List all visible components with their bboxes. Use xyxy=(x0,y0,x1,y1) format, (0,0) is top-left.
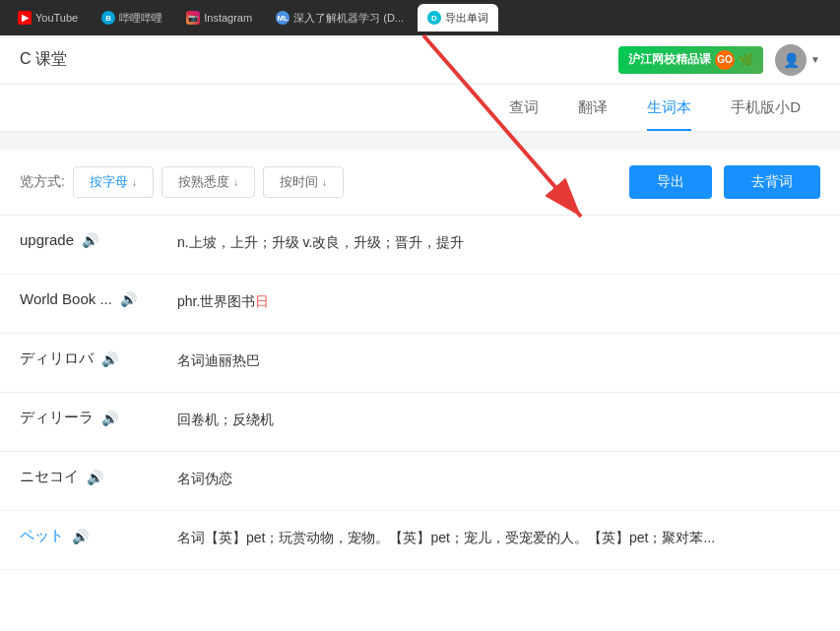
nav-tab-mobile[interactable]: 手机版小D xyxy=(731,85,801,131)
speaker-icon[interactable]: 🔊 xyxy=(101,351,118,367)
sort-time-button[interactable]: 按时间 ↓ xyxy=(263,166,344,198)
spacer xyxy=(0,132,840,142)
content-area: C 课堂 沪江网校精品课 GO 🌿 👤 ▼ 查词 翻译 生词本 手机版小D xyxy=(0,35,840,631)
word-definition: 回卷机；反绕机 xyxy=(177,409,820,430)
avatar: 👤 xyxy=(775,44,807,76)
tab-youtube-label: YouTube xyxy=(35,12,78,24)
instagram-icon: 📷 xyxy=(186,11,200,25)
speaker-icon[interactable]: 🔊 xyxy=(72,529,89,544)
tab-bilibili[interactable]: B 哔哩哔哩 xyxy=(92,4,172,32)
nav-tab-lookup[interactable]: 查词 xyxy=(509,85,539,131)
sort-alpha-button[interactable]: 按字母 ↓ xyxy=(73,166,154,198)
highlighted-char: 日 xyxy=(255,293,269,309)
speaker-icon[interactable]: 🔊 xyxy=(82,232,98,248)
tab-instagram-label: Instagram xyxy=(204,12,252,24)
list-item: ディリーラ 🔊 回卷机；反绕机 xyxy=(0,393,840,452)
toolbar-right: 导出 去背词 xyxy=(629,165,820,199)
tab-ml[interactable]: ML 深入了解机器学习 (D... xyxy=(266,4,414,32)
word-term: ディリーラ 🔊 xyxy=(20,409,177,427)
app-title: C 课堂 xyxy=(20,49,67,70)
word-list: upgrade 🔊 n.上坡，上升；升级 v.改良，升级；晋升，提升 World… xyxy=(0,216,840,631)
promo-leaf-icon: 🌿 xyxy=(739,53,753,67)
navigation-tabs: 查词 翻译 生词本 手机版小D xyxy=(0,85,840,132)
review-button[interactable]: 去背词 xyxy=(724,165,820,199)
list-item: World Book ... 🔊 phr.世界图书日 xyxy=(0,275,840,334)
list-item: ニセコイ 🔊 名词伪恋 xyxy=(0,452,840,511)
word-text: upgrade xyxy=(20,231,74,248)
sort-alpha-arrow: ↓ xyxy=(132,177,137,188)
promo-banner[interactable]: 沪江网校精品课 GO 🌿 xyxy=(618,46,763,74)
tab-bilibili-label: 哔哩哔哩 xyxy=(119,11,162,26)
tab-youtube[interactable]: ▶ YouTube xyxy=(8,4,88,32)
word-term: World Book ... 🔊 xyxy=(20,290,177,307)
promo-text: 沪江网校精品课 xyxy=(628,51,711,68)
word-definition: phr.世界图书日 xyxy=(177,290,820,312)
list-item: ペット 🔊 名词【英】pet；玩赏动物，宠物。【英】pet；宠儿，受宠爱的人。【… xyxy=(0,511,840,570)
word-definition: 名词迪丽热巴 xyxy=(177,349,820,371)
export-tab-icon: D xyxy=(427,11,441,25)
tab-export-label: 导出单词 xyxy=(445,11,488,26)
sort-familiarity-arrow: ↓ xyxy=(233,177,238,188)
nav-tab-wordbook[interactable]: 生词本 xyxy=(647,85,691,131)
word-term: ペット 🔊 xyxy=(20,527,177,545)
nav-tab-translate[interactable]: 翻译 xyxy=(578,85,608,131)
speaker-icon[interactable]: 🔊 xyxy=(120,291,137,307)
youtube-icon: ▶ xyxy=(18,11,32,25)
toolbar-left: 览方式: 按字母 ↓ 按熟悉度 ↓ 按时间 ↓ xyxy=(20,166,344,198)
word-term: ニセコイ 🔊 xyxy=(20,468,177,486)
tab-ml-label: 深入了解机器学习 (D... xyxy=(293,11,404,26)
browser-tabs-bar: ▶ YouTube B 哔哩哔哩 📷 Instagram ML 深入了解机器学习… xyxy=(0,0,840,35)
chevron-down-icon: ▼ xyxy=(810,54,820,65)
word-text: ニセコイ xyxy=(20,468,79,486)
word-definition: n.上坡，上升；升级 v.改良，升级；晋升，提升 xyxy=(177,231,820,253)
ml-icon: ML xyxy=(276,11,290,25)
word-definition: 名词【英】pet；玩赏动物，宠物。【英】pet；宠儿，受宠爱的人。【英】pet；… xyxy=(177,527,820,548)
tab-instagram[interactable]: 📷 Instagram xyxy=(176,4,262,32)
browse-mode-label: 览方式: xyxy=(20,173,65,191)
tab-export[interactable]: D 导出单词 xyxy=(418,4,498,32)
word-text[interactable]: ペット xyxy=(20,527,64,545)
user-menu[interactable]: 👤 ▼ xyxy=(775,44,820,76)
speaker-icon[interactable]: 🔊 xyxy=(87,470,103,485)
list-item: upgrade 🔊 n.上坡，上升；升级 v.改良，升级；晋升，提升 xyxy=(0,216,840,275)
list-item: ディリロバ 🔊 名词迪丽热巴 xyxy=(0,334,840,393)
word-term: upgrade 🔊 xyxy=(20,231,177,248)
app-header: C 课堂 沪江网校精品课 GO 🌿 👤 ▼ xyxy=(0,35,840,85)
toolbar: 览方式: 按字母 ↓ 按熟悉度 ↓ 按时间 ↓ 导出 去背词 xyxy=(0,150,840,216)
word-text: ディリロバ xyxy=(20,349,94,368)
word-text: ディリーラ xyxy=(20,409,94,427)
bilibili-icon: B xyxy=(101,11,115,25)
word-text: World Book ... xyxy=(20,290,112,307)
word-definition: 名词伪恋 xyxy=(177,468,820,489)
word-term: ディリロバ 🔊 xyxy=(20,349,177,368)
sort-time-arrow: ↓ xyxy=(322,177,327,188)
sort-familiarity-button[interactable]: 按熟悉度 ↓ xyxy=(162,166,255,198)
promo-go-badge: GO xyxy=(715,50,735,70)
speaker-icon[interactable]: 🔊 xyxy=(101,410,118,426)
export-button[interactable]: 导出 xyxy=(629,165,712,199)
header-right: 沪江网校精品课 GO 🌿 👤 ▼ xyxy=(618,44,820,76)
